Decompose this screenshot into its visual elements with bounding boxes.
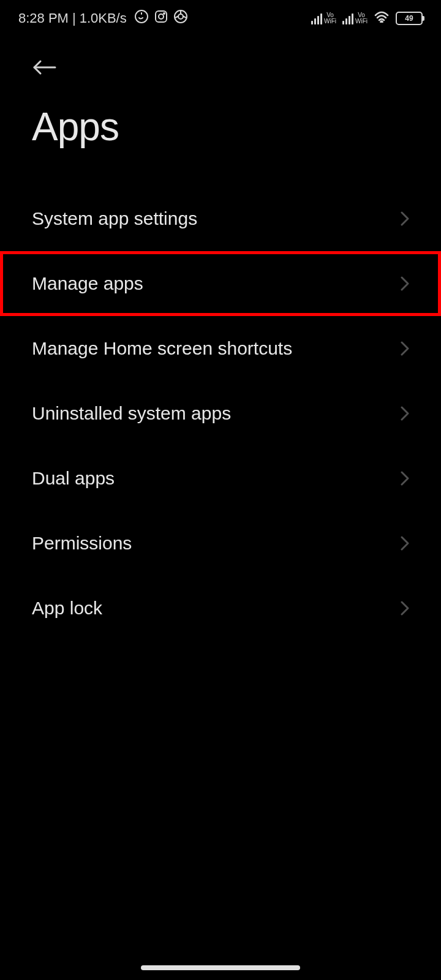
menu-item-label: System app settings <box>32 208 197 229</box>
battery-level: 49 <box>405 14 413 23</box>
menu-item-label: Dual apps <box>32 468 115 489</box>
status-right: Vo WiFi Vo WiFi 49 <box>311 10 423 26</box>
vowifi-label-2: Vo WiFi <box>355 12 368 24</box>
menu-item-manage-home-screen-shortcuts[interactable]: Manage Home screen shortcuts <box>0 316 441 381</box>
signal-bars-icon <box>342 12 353 24</box>
status-left: 8:28 PM | 1.0KB/s <box>18 9 188 28</box>
status-app-icons <box>134 9 188 28</box>
menu-item-uninstalled-system-apps[interactable]: Uninstalled system apps <box>0 381 441 446</box>
svg-point-2 <box>159 14 164 19</box>
page-title: Apps <box>32 104 409 149</box>
back-arrow-icon <box>32 58 56 77</box>
menu-item-manage-apps[interactable]: Manage apps <box>0 251 441 316</box>
instagram-icon <box>154 9 168 28</box>
menu-item-dual-apps[interactable]: Dual apps <box>0 446 441 511</box>
chevron-right-icon <box>401 276 409 291</box>
svg-point-9 <box>381 21 383 23</box>
back-button[interactable] <box>32 55 56 80</box>
chevron-right-icon <box>401 601 409 616</box>
menu-item-system-app-settings[interactable]: System app settings <box>0 186 441 251</box>
page-header: Apps <box>0 37 441 149</box>
menu-item-label: Permissions <box>32 533 132 554</box>
wifi-icon <box>374 10 390 26</box>
signal-bars-icon <box>311 12 322 24</box>
status-speed: 1.0KB/s <box>80 10 127 26</box>
menu-item-label: Manage Home screen shortcuts <box>32 338 292 359</box>
home-indicator[interactable] <box>141 965 300 970</box>
chevron-right-icon <box>401 471 409 486</box>
menu-item-label: App lock <box>32 598 102 619</box>
svg-point-3 <box>164 13 165 14</box>
menu-item-label: Uninstalled system apps <box>32 403 231 424</box>
menu-item-app-lock[interactable]: App lock <box>0 576 441 641</box>
signal-2: Vo WiFi <box>342 12 368 24</box>
menu-item-label: Manage apps <box>32 273 143 294</box>
menu-list: System app settings Manage apps Manage H… <box>0 186 441 641</box>
chrome-icon <box>173 9 188 28</box>
status-bar: 8:28 PM | 1.0KB/s <box>0 0 441 37</box>
chevron-right-icon <box>401 341 409 356</box>
signal-1: Vo WiFi <box>311 12 336 24</box>
chevron-right-icon <box>401 406 409 421</box>
whatsapp-icon <box>134 9 149 28</box>
battery-icon: 49 <box>396 12 423 25</box>
chevron-right-icon <box>401 536 409 551</box>
chevron-right-icon <box>401 211 409 226</box>
menu-item-permissions[interactable]: Permissions <box>0 511 441 576</box>
vowifi-label-1: Vo WiFi <box>324 12 336 24</box>
status-time: 8:28 PM <box>18 10 69 26</box>
